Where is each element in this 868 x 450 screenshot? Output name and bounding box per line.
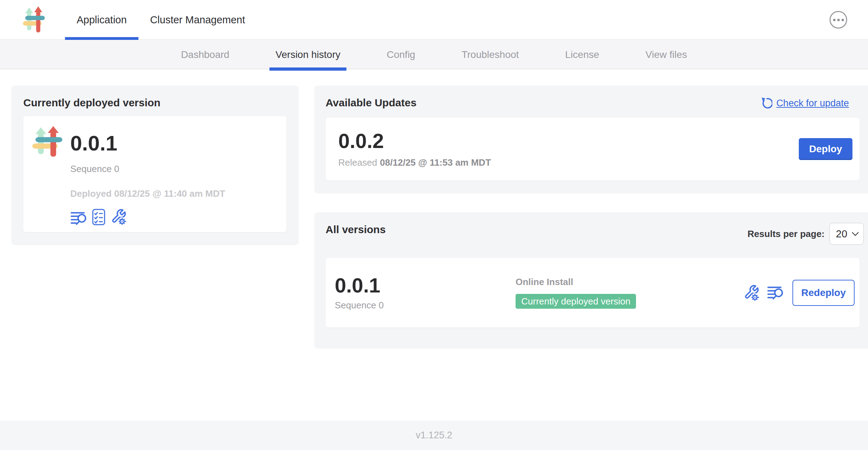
currently-deployed-card: Currently deployed version 0.0.1 Sequenc… (11, 85, 299, 245)
available-updates-card: Available Updates Check for update 0.0.2… (314, 85, 868, 194)
results-per-page-value: 20 (836, 228, 847, 240)
tab-application-label: Application (77, 14, 127, 26)
preflight-checks-icon (92, 209, 105, 225)
available-updates-title: Available Updates (326, 97, 416, 108)
available-update-row: 0.0.2 Released08/12/25 @ 11:53 am MDT De… (326, 118, 860, 180)
row-sequence: Sequence 0 (335, 300, 516, 311)
status-badge: Currently deployed version (516, 294, 636, 309)
edit-config-icon (111, 208, 126, 225)
check-for-update-label: Check for update (776, 98, 849, 109)
version-row-info: 0.0.1 Sequence 0 (335, 275, 516, 311)
results-per-page: Results per page: 20 (748, 223, 864, 245)
release-diff-icon (767, 286, 783, 300)
version-row-status: Online Install Currently deployed versio… (516, 277, 744, 309)
update-released-line: Released08/12/25 @ 11:53 am MDT (338, 157, 799, 168)
install-type: Online Install (516, 277, 744, 287)
chevron-down-icon (852, 232, 859, 236)
deployed-version-number: 0.0.1 (70, 132, 225, 155)
ellipsis-icon (833, 19, 836, 21)
preflight-checks-button[interactable] (92, 209, 105, 225)
edit-config-button[interactable] (744, 284, 759, 301)
released-prefix: Released (338, 157, 377, 168)
subnav-tab-view-files[interactable]: View files (640, 40, 693, 69)
tab-cluster-management-label: Cluster Management (150, 14, 245, 26)
currently-deployed-version-panel: 0.0.1 Sequence 0 Deployed 08/12/25 @ 11:… (23, 116, 286, 232)
app-logo-icon (23, 6, 45, 33)
currently-deployed-title: Currently deployed version (23, 97, 286, 108)
redeploy-button[interactable]: Redeploy (792, 280, 855, 306)
release-diff-icon (70, 211, 87, 225)
release-diff-button[interactable] (767, 286, 783, 300)
edit-config-icon (744, 284, 759, 301)
tab-cluster-management[interactable]: Cluster Management (138, 0, 257, 40)
edit-config-button[interactable] (111, 208, 126, 225)
subnav-tab-version-history[interactable]: Version history (269, 40, 346, 69)
version-row-actions: Redeploy (744, 280, 855, 306)
released-timestamp: 08/12/25 @ 11:53 am MDT (380, 157, 491, 168)
version-row: 0.0.1 Sequence 0 Online Install Currentl… (326, 258, 860, 327)
check-for-update-link[interactable]: Check for update (760, 97, 849, 109)
deployed-version-info: 0.0.1 Sequence 0 Deployed 08/12/25 @ 11:… (70, 126, 225, 232)
deployed-timestamp: Deployed 08/12/25 @ 11:40 am MDT (70, 188, 225, 199)
console-footer: v1.125.2 (0, 421, 868, 450)
subnav-tab-troubleshoot[interactable]: Troubleshoot (456, 40, 525, 69)
refresh-icon (760, 97, 772, 109)
deployed-actions (70, 208, 225, 225)
main-content: Currently deployed version 0.0.1 Sequenc… (0, 70, 868, 421)
row-version-number: 0.0.1 (335, 275, 516, 296)
app-logo (23, 6, 45, 33)
all-versions-card: All versions Results per page: 20 0.0.1 … (314, 212, 868, 349)
app-subnav: Dashboard Version history Config Trouble… (0, 40, 868, 69)
deployed-sequence: Sequence 0 (70, 163, 225, 174)
results-per-page-select[interactable]: 20 (830, 223, 864, 245)
update-version-number: 0.0.2 (338, 130, 799, 152)
update-info: 0.0.2 Released08/12/25 @ 11:53 am MDT (338, 130, 799, 168)
tab-application[interactable]: Application (65, 0, 138, 40)
release-diff-button[interactable] (70, 211, 87, 225)
subnav-tab-config[interactable]: Config (381, 40, 421, 69)
subnav-tab-dashboard[interactable]: Dashboard (175, 40, 235, 69)
console-version: v1.125.2 (416, 430, 452, 441)
deploy-button[interactable]: Deploy (799, 138, 852, 160)
overflow-menu-button[interactable] (830, 11, 847, 29)
app-header: Application Cluster Management (0, 0, 868, 40)
results-per-page-label: Results per page: (748, 229, 825, 239)
subnav-tab-license[interactable]: License (559, 40, 605, 69)
app-logo-icon (32, 126, 63, 158)
header-tabs: Application Cluster Management (65, 0, 257, 40)
all-versions-title: All versions (326, 224, 386, 235)
right-column: Available Updates Check for update 0.0.2… (314, 85, 868, 349)
